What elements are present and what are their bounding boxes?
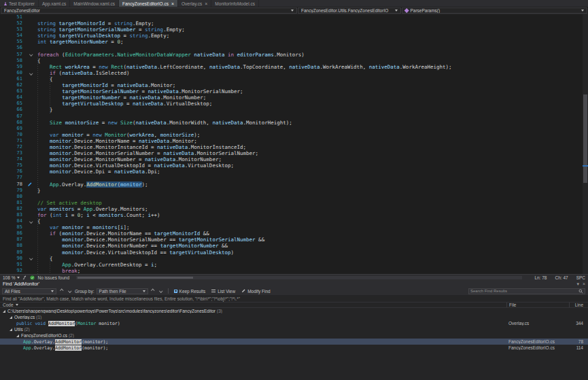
close-icon[interactable]: × <box>171 1 174 6</box>
zoom-control[interactable]: 108 % <box>3 275 20 280</box>
health-check-icon[interactable] <box>30 275 35 280</box>
find-result-row[interactable]: App.Overlay.AddMonitor(monitor);FancyZon… <box>0 345 588 351</box>
line-number[interactable]: 86 <box>0 230 26 237</box>
project-dropdown[interactable]: FancyZonesEditor <box>1 7 297 14</box>
find-result-row[interactable]: public void AddMonitor(Monitor monitor)O… <box>0 320 588 326</box>
previous-result-icon[interactable] <box>58 288 65 294</box>
line-number[interactable]: 59 <box>0 64 26 70</box>
search-input[interactable] <box>470 289 578 293</box>
line-number[interactable]: 52 <box>0 20 26 27</box>
line-number[interactable]: 56 <box>0 45 26 51</box>
line-number[interactable]: 77 <box>0 175 26 181</box>
code-token: Rect <box>111 64 123 70</box>
line-number[interactable]: 64 <box>0 94 26 101</box>
line-number[interactable]: 53 <box>0 27 26 33</box>
line-number[interactable]: 51 <box>0 14 26 20</box>
find-group-row[interactable]: C:\Users\shaopengwang\Desktop\powertoys\… <box>0 308 588 314</box>
line-number[interactable]: 61 <box>0 76 26 82</box>
line-number[interactable]: 91 <box>0 262 26 268</box>
keep-results-toggle[interactable]: Keep Results <box>172 288 208 294</box>
line-number[interactable]: 65 <box>0 101 26 107</box>
glyph-margin <box>26 224 37 230</box>
fold-chevron-icon[interactable] <box>29 220 33 223</box>
column-code[interactable]: Code <box>0 303 506 307</box>
line-indicator[interactable]: Ln: 78 <box>534 275 547 280</box>
line-number[interactable]: 67 <box>0 114 26 120</box>
line-number[interactable]: 81 <box>0 200 26 206</box>
horizontal-scrollbar[interactable] <box>76 276 522 279</box>
list-view-toggle[interactable]: List View <box>209 288 237 294</box>
column-indicator[interactable]: Ch: 47 <box>555 275 568 280</box>
close-icon[interactable]: × <box>583 281 585 286</box>
whitespace-indicator[interactable]: SPC <box>576 275 585 280</box>
group-by-dropdown[interactable]: Path then File <box>97 288 148 294</box>
line-number[interactable]: 58 <box>0 58 26 64</box>
scope-dropdown[interactable]: All Files <box>2 288 56 294</box>
line-number[interactable]: 73 <box>0 150 26 156</box>
line-number[interactable]: 85 <box>0 224 26 230</box>
modify-find-button[interactable]: Modify Find <box>239 288 273 294</box>
line-number[interactable]: 62 <box>0 82 26 88</box>
line-number[interactable]: 83 <box>0 212 26 218</box>
find-result-row[interactable]: App.Overlay.AddMonitor(monitor);FancyZon… <box>0 339 588 345</box>
line-number[interactable]: 63 <box>0 88 26 94</box>
line-number[interactable]: 82 <box>0 206 26 212</box>
line-number[interactable]: 72 <box>0 144 26 150</box>
line-number[interactable]: 88 <box>0 243 26 249</box>
member-dropdown[interactable]: ParseParams() <box>402 7 587 14</box>
window-position-icon[interactable]: ▾ <box>576 281 579 286</box>
code-editor[interactable]: 5152string targetMonitorId = string.Empt… <box>0 14 588 274</box>
fold-chevron-icon[interactable] <box>29 53 33 56</box>
line-number[interactable]: 78 <box>0 182 26 188</box>
column-line[interactable]: Line <box>569 303 588 307</box>
line-number[interactable]: 54 <box>0 33 26 39</box>
line-number[interactable]: 92 <box>0 268 26 274</box>
line-number[interactable]: 71 <box>0 138 26 144</box>
tab-overlay-cs[interactable]: Overlay.cs× <box>178 0 211 7</box>
line-number[interactable]: 84 <box>0 218 26 224</box>
line-number[interactable]: 79 <box>0 188 26 194</box>
result-count: (2) <box>24 327 30 332</box>
close-icon[interactable]: × <box>205 1 207 6</box>
line-number[interactable]: 55 <box>0 39 26 45</box>
vertical-scrollbar[interactable] <box>583 14 588 274</box>
line-number[interactable]: 75 <box>0 162 26 169</box>
line-number[interactable]: 89 <box>0 249 26 256</box>
line-number[interactable]: 80 <box>0 194 26 200</box>
search-find-results-box[interactable] <box>468 288 585 294</box>
code-token: .Device.MonitorNumber == <box>84 243 160 249</box>
tab-monitorinfomodel-cs[interactable]: MonitorInfoModel.cs <box>211 0 259 7</box>
line-number[interactable]: 70 <box>0 132 26 138</box>
line-number[interactable]: 76 <box>0 169 26 175</box>
tab-fancyzoneseditorio-cs[interactable]: FancyZonesEditorIO.cs× <box>119 0 178 7</box>
collapse-all-icon[interactable] <box>150 288 156 294</box>
next-result-icon[interactable] <box>67 288 73 294</box>
tab-app-xaml-cs[interactable]: App.xaml.cs <box>39 0 70 7</box>
find-group-row[interactable]: Utils(2) <box>0 326 588 332</box>
fold-chevron-icon[interactable] <box>29 257 33 260</box>
line-number[interactable]: 57 <box>0 52 26 58</box>
line-number[interactable]: 87 <box>0 237 26 243</box>
type-dropdown[interactable]: FancyZonesEditor.Utils.FancyZonesEditorI… <box>298 7 401 14</box>
scrollbar-thumb[interactable] <box>77 277 193 279</box>
line-number[interactable]: 74 <box>0 156 26 162</box>
expander-icon[interactable] <box>10 328 12 331</box>
code-cleanup-icon[interactable] <box>22 275 27 280</box>
expand-all-icon[interactable] <box>158 288 165 294</box>
expander-icon[interactable] <box>10 316 12 319</box>
find-group-row[interactable]: FancyZonesEditorIO.cs(2) <box>0 332 588 339</box>
expander-icon[interactable] <box>3 310 5 313</box>
line-number[interactable]: 60 <box>0 70 26 76</box>
scrollbar-thumb[interactable] <box>583 94 587 183</box>
column-file[interactable]: File <box>506 303 569 307</box>
line-number[interactable]: 69 <box>0 126 26 132</box>
expander-icon[interactable] <box>16 334 19 337</box>
find-group-row[interactable]: Overlay.cs(1) <box>0 314 588 320</box>
line-number[interactable]: 90 <box>0 256 26 262</box>
tab-test-explorer[interactable]: Test Explorer <box>0 0 39 7</box>
tab-mainwindow-xaml-cs[interactable]: MainWindow.xaml.cs <box>70 0 119 7</box>
fold-chevron-icon[interactable] <box>29 71 33 75</box>
line-number[interactable]: 66 <box>0 107 26 113</box>
line-number[interactable]: 68 <box>0 120 26 126</box>
code-token: monitor <box>120 182 142 188</box>
